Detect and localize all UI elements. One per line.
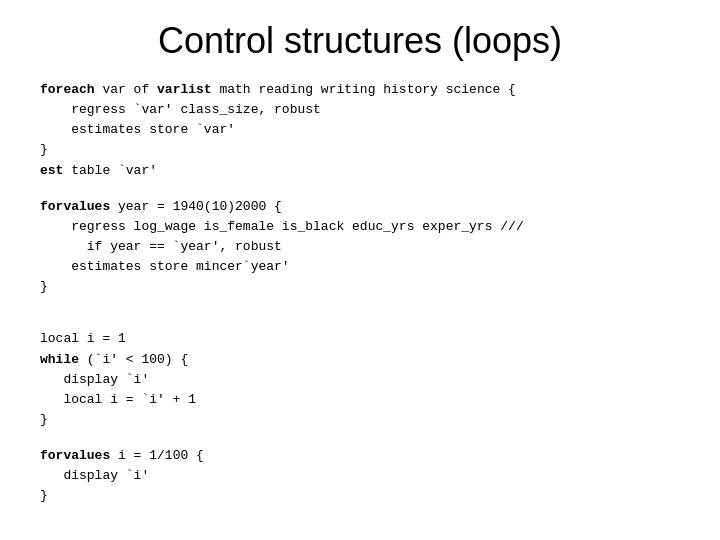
code-section-while: local i = 1 while (`i' < 100) { display … xyxy=(40,329,680,430)
keyword-forvalues2: forvalues xyxy=(40,448,110,463)
page: Control structures (loops) foreach var o… xyxy=(0,0,720,540)
spacer-2 xyxy=(40,297,680,313)
keyword-varlist: varlist xyxy=(157,82,212,97)
keyword-forvalues1: forvalues xyxy=(40,199,110,214)
code-section-forvalues1: forvalues year = 1940(10)2000 { regress … xyxy=(40,197,680,298)
keyword-foreach: foreach xyxy=(40,82,95,97)
code-section-foreach: foreach var of varlist math reading writ… xyxy=(40,80,680,181)
code-section-forvalues2: forvalues i = 1/100 { display `i' } xyxy=(40,446,680,506)
keyword-est: est xyxy=(40,163,63,178)
spacer-3 xyxy=(40,313,680,329)
spacer-4 xyxy=(40,430,680,446)
keyword-while: while xyxy=(40,352,79,367)
spacer-1 xyxy=(40,181,680,197)
page-title: Control structures (loops) xyxy=(40,20,680,62)
